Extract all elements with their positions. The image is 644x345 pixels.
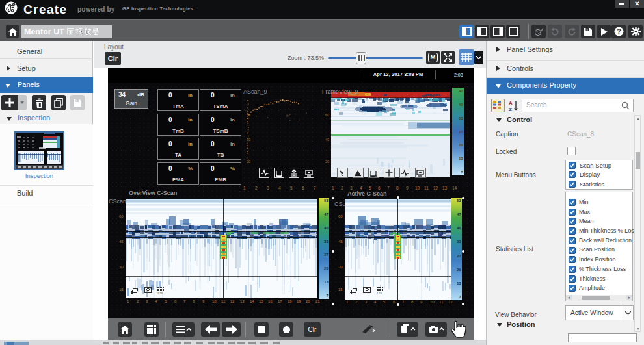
svg-text:27: 27 bbox=[457, 254, 461, 258]
svg-text:33: 33 bbox=[459, 116, 463, 120]
svg-text:53: 53 bbox=[324, 199, 328, 203]
svg-text:40: 40 bbox=[324, 226, 328, 230]
svg-text:A: A bbox=[509, 100, 513, 106]
svg-text:1 23: 1 23 bbox=[377, 292, 382, 295]
svg-text:13: 13 bbox=[459, 157, 463, 160]
svg-text:7: 7 bbox=[326, 294, 328, 298]
svg-text:?: ? bbox=[617, 28, 621, 35]
svg-text:33: 33 bbox=[457, 240, 461, 244]
svg-text:13: 13 bbox=[324, 280, 328, 284]
svg-text:27: 27 bbox=[324, 253, 328, 257]
svg-text:13: 13 bbox=[457, 281, 461, 285]
svg-text:1 23: 1 23 bbox=[157, 292, 163, 295]
svg-text:20: 20 bbox=[324, 266, 328, 270]
svg-text:53: 53 bbox=[457, 199, 461, 203]
svg-text:20: 20 bbox=[459, 143, 463, 147]
svg-text:27: 27 bbox=[459, 130, 463, 134]
svg-text:7: 7 bbox=[459, 295, 461, 299]
svg-text:47: 47 bbox=[459, 89, 463, 93]
svg-text:7: 7 bbox=[461, 170, 463, 174]
svg-text:Z: Z bbox=[509, 107, 512, 112]
svg-text:40: 40 bbox=[457, 226, 461, 230]
svg-text:47: 47 bbox=[457, 212, 461, 216]
svg-text:33: 33 bbox=[324, 240, 328, 244]
svg-text:20: 20 bbox=[457, 268, 461, 272]
svg-text:47: 47 bbox=[324, 212, 328, 216]
svg-text:40: 40 bbox=[459, 103, 463, 107]
